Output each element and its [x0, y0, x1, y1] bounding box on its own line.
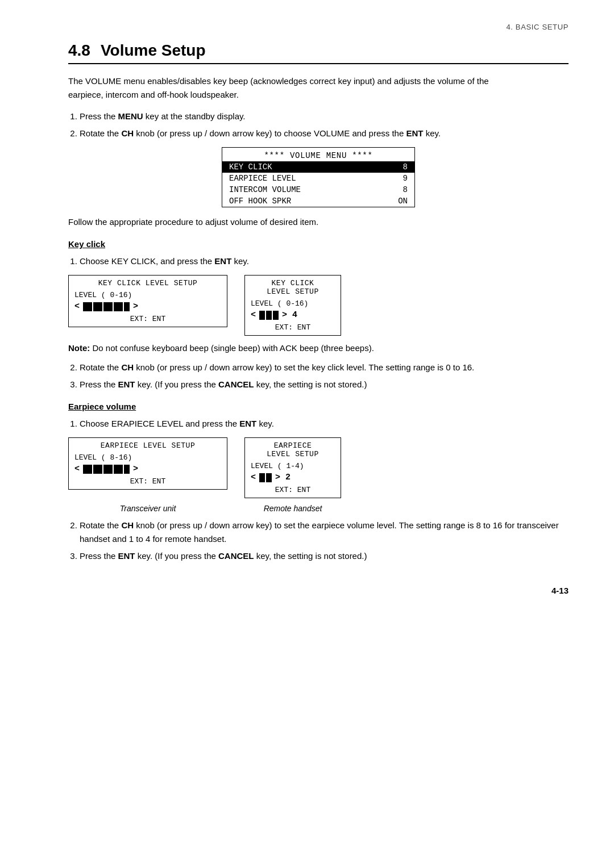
earpiece-step-3: Press the ENT key. (If you press the CAN… [80, 549, 569, 563]
volume-menu-box: **** VOLUME MENU **** KEY CLICK 8 EARPIE… [222, 147, 415, 207]
bar-blocks-kc [83, 302, 130, 311]
bar-blocks-ep [83, 465, 130, 474]
angle-right-kc: > [133, 302, 138, 311]
earpiece-wide-level: LEVEL ( 8-16) [69, 452, 227, 463]
key-click-narrow-level: LEVEL ( 0-16) [245, 298, 341, 309]
earpiece-heading: Earpiece volume [68, 402, 569, 411]
menu-row-value-key-click: 8 [394, 162, 408, 172]
menu-row-label-key-click: KEY CLICK [229, 162, 391, 172]
ep-bar-block-5 [124, 465, 130, 474]
earpiece-narrow-title: EARPIECELEVEL SETUP [245, 438, 341, 461]
page-number: 4-13 [68, 586, 569, 595]
diagram-labels: Transceiver unit Remote handset [68, 504, 569, 513]
ent-key-ep2: ENT [118, 551, 135, 561]
intro-text: The VOLUME menu enables/disables key bee… [68, 74, 512, 102]
angle-left-kc: < [74, 302, 80, 311]
menu-row-key-click: KEY CLICK 8 [222, 161, 414, 173]
ch-knob-kc: CH [121, 362, 134, 372]
key-click-heading: Key click [68, 239, 569, 249]
earpiece-steps-2: Rotate the CH knob (or press up / down a… [80, 519, 569, 563]
earpiece-narrow-level: LEVEL ( 1-4) [245, 461, 341, 471]
bar-block-n3 [273, 311, 279, 320]
earpiece-narrow-bar: < > 2 [245, 471, 341, 485]
key-click-narrow-title: KEY CLICKLEVEL SETUP [245, 276, 341, 298]
key-click-narrow-box: KEY CLICKLEVEL SETUP LEVEL ( 0-16) < > 4… [244, 275, 341, 336]
header-text: 4. BASIC SETUP [506, 23, 569, 31]
page-header: 4. BASIC SETUP [68, 23, 569, 31]
angle-left-ep: < [74, 464, 80, 474]
menu-row-intercom: INTERCOM VOLUME 8 [222, 184, 414, 195]
menu-row-earpiece: EARPIECE LEVEL 9 [222, 173, 414, 184]
earpiece-step-1: Choose ERAPIECE LEVEL and press the ENT … [80, 417, 569, 431]
menu-row-label-earpiece: EARPIECE LEVEL [229, 174, 391, 183]
ep-n-bar-block-2 [266, 473, 272, 482]
earpiece-wide-ext: EXT: ENT [69, 476, 227, 489]
key-click-wide-box: KEY CLICK LEVEL SETUP LEVEL ( 0-16) < > … [68, 275, 227, 327]
menu-row-offhook: OFF HOOK SPKR ON [222, 195, 414, 207]
section-title-text: Volume Setup [101, 41, 206, 59]
bar-block-n1 [259, 311, 265, 320]
key-click-narrow-bar: < > 4 [245, 309, 341, 322]
angle-right-ep: > [133, 464, 138, 474]
angle-left-kc-n: < [251, 310, 256, 320]
key-click-wide-title: KEY CLICK LEVEL SETUP [69, 276, 227, 290]
volume-menu-title: **** VOLUME MENU **** [222, 148, 414, 161]
earpiece-wide-title: EARPIECE LEVEL SETUP [69, 438, 227, 452]
ent-key-ep: ENT [239, 419, 256, 428]
ch-knob-ep: CH [121, 520, 134, 530]
menu-row-label-offhook: OFF HOOK SPKR [229, 197, 391, 206]
ent-key-kc: ENT [214, 256, 231, 266]
ep-bar-block-4 [114, 465, 123, 474]
key-click-steps-2: Rotate the CH knob (or press up / down a… [80, 361, 569, 391]
ch-knob-ref: CH [121, 128, 134, 138]
intro-step-1: Press the MENU key at the standby displa… [80, 110, 569, 123]
angle-left-ep-n: < [251, 473, 256, 482]
key-click-narrow-ext: EXT: ENT [245, 322, 341, 335]
section-number: 4.8 [68, 41, 90, 59]
bar-block-5 [124, 302, 130, 311]
note-label: Note: [68, 343, 90, 353]
menu-row-label-intercom: INTERCOM VOLUME [229, 185, 391, 194]
key-click-step-1: Choose KEY CLICK, and press the ENT key. [80, 254, 569, 268]
key-click-wide-bar: < > [69, 301, 227, 314]
section-title: 4.8Volume Setup [68, 41, 569, 64]
ep-bar-block-1 [83, 465, 92, 474]
angle-right-ep-n: > 2 [275, 473, 291, 482]
key-click-step-2: Rotate the CH knob (or press up / down a… [80, 361, 569, 374]
intro-step-2: Rotate the CH knob (or press up / down a… [80, 127, 569, 140]
intro-steps: Press the MENU key at the standby displa… [80, 110, 569, 140]
earpiece-narrow-ext: EXT: ENT [245, 485, 341, 498]
key-click-step-3: Press the ENT key. (If you press the CAN… [80, 378, 569, 391]
earpiece-wide-bar: < > [69, 463, 227, 476]
key-click-wide-level: LEVEL ( 0-16) [69, 290, 227, 301]
ent-key-kc2: ENT [118, 379, 135, 389]
earpiece-steps: Choose ERAPIECE LEVEL and press the ENT … [80, 417, 569, 431]
bar-block-1 [83, 302, 92, 311]
angle-right-kc-n: > 4 [282, 310, 297, 320]
key-click-note: Note: Do not confuse keyboard beep (sing… [68, 341, 478, 355]
earpiece-narrow-box: EARPIECELEVEL SETUP LEVEL ( 1-4) < > 2 E… [244, 437, 341, 498]
key-click-wide-ext: EXT: ENT [69, 314, 227, 327]
bar-blocks-kc-n [259, 311, 279, 320]
menu-row-value-intercom: 8 [394, 185, 408, 194]
bar-block-3 [103, 302, 113, 311]
ep-bar-block-2 [93, 465, 102, 474]
label-remote: Remote handset [244, 504, 341, 513]
key-click-diagrams: KEY CLICK LEVEL SETUP LEVEL ( 0-16) < > … [68, 275, 569, 336]
bar-blocks-ep-n [259, 473, 272, 482]
earpiece-wide-box: EARPIECE LEVEL SETUP LEVEL ( 8-16) < > E… [68, 437, 227, 490]
ep-n-bar-block-1 [259, 473, 265, 482]
bar-block-n2 [266, 311, 272, 320]
bar-block-2 [93, 302, 102, 311]
ep-bar-block-3 [103, 465, 113, 474]
cancel-key-ep: CANCEL [218, 551, 254, 561]
ent-key-ref: ENT [406, 128, 423, 138]
cancel-key-kc: CANCEL [218, 379, 254, 389]
bar-block-4 [114, 302, 123, 311]
menu-key: MENU [118, 111, 143, 121]
menu-row-value-earpiece: 9 [394, 174, 408, 183]
label-transceiver: Transceiver unit [68, 504, 227, 513]
earpiece-diagrams: EARPIECE LEVEL SETUP LEVEL ( 8-16) < > E… [68, 437, 569, 498]
earpiece-step-2: Rotate the CH knob (or press up / down a… [80, 519, 569, 546]
key-click-steps: Choose KEY CLICK, and press the ENT key. [80, 254, 569, 268]
